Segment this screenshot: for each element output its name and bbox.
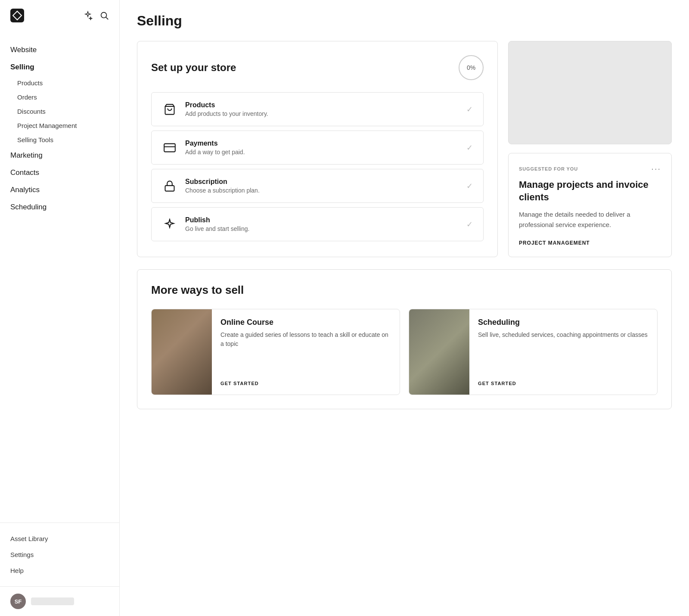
cart-icon: [162, 102, 177, 117]
setup-item-publish[interactable]: Publish Go live and start selling. ✓: [151, 207, 484, 241]
sidebar-bottom: Asset Library Settings Help: [0, 523, 119, 586]
sidebar-settings[interactable]: Settings: [10, 548, 109, 562]
lock-icon: [162, 178, 177, 194]
main-content: Selling Set up your store 0% Products: [120, 0, 689, 616]
sidebar-subitem-products[interactable]: Products: [0, 76, 119, 90]
online-course-image: [152, 309, 212, 395]
more-ways-section: More ways to sell Online Course Create a…: [137, 269, 672, 409]
publish-check-icon: ✓: [466, 220, 473, 229]
suggestion-card: Suggested for you ··· Manage projects an…: [508, 153, 672, 257]
setup-item-payments-title: Payments: [185, 140, 459, 147]
setup-item-publish-title: Publish: [185, 216, 459, 224]
ai-sparkle-icon[interactable]: [83, 11, 93, 22]
sidebar-item-selling[interactable]: Selling: [0, 59, 119, 76]
scheduling-desc: Sell live, scheduled services, coaching …: [478, 330, 648, 339]
sidebar-subitem-project-management[interactable]: Project Management: [0, 118, 119, 133]
svg-rect-5: [165, 185, 174, 191]
sidebar-item-analytics[interactable]: Analytics: [0, 181, 119, 199]
sidebar-item-marketing[interactable]: Marketing: [0, 147, 119, 164]
setup-item-subscription[interactable]: Subscription Choose a subscription plan.…: [151, 169, 484, 203]
publish-sparkle-icon: [162, 217, 177, 232]
suggestion-link[interactable]: Project Management: [519, 240, 590, 246]
search-icon[interactable]: [99, 11, 109, 22]
sidebar-help[interactable]: Help: [10, 563, 109, 578]
sidebar-asset-library[interactable]: Asset Library: [10, 532, 109, 546]
setup-item-products[interactable]: Products Add products to your inventory.…: [151, 92, 484, 126]
svg-point-1: [101, 12, 107, 18]
setup-card-title: Set up your store: [151, 62, 236, 74]
setup-item-payments-desc: Add a way to get paid.: [185, 149, 459, 156]
sidebar-user[interactable]: SF: [0, 586, 119, 616]
setup-item-products-title: Products: [185, 101, 459, 109]
setup-item-payments[interactable]: Payments Add a way to get paid. ✓: [151, 131, 484, 165]
sidebar-item-website[interactable]: Website: [0, 41, 119, 59]
setup-item-products-desc: Add products to your inventory.: [185, 110, 459, 117]
setup-item-payments-text: Payments Add a way to get paid.: [185, 140, 459, 156]
sidebar-subitem-selling-tools[interactable]: Selling Tools: [0, 133, 119, 147]
page-title: Selling: [137, 13, 672, 29]
suggestion-more-button[interactable]: ···: [651, 164, 661, 174]
online-course-desc: Create a guided series of lessons to tea…: [220, 330, 391, 348]
setup-item-publish-desc: Go live and start selling.: [185, 225, 459, 232]
top-grid: Set up your store 0% Products Add produc…: [137, 41, 672, 257]
suggestion-label: Suggested for you: [519, 166, 578, 171]
scheduling-content: Scheduling Sell live, scheduled services…: [469, 309, 656, 395]
sidebar-item-scheduling[interactable]: Scheduling: [0, 199, 119, 216]
more-card-scheduling[interactable]: Scheduling Sell live, scheduled services…: [409, 309, 658, 395]
sidebar-top-icons: [83, 11, 109, 22]
right-column: Suggested for you ··· Manage projects an…: [508, 41, 672, 257]
setup-item-products-text: Products Add products to your inventory.: [185, 101, 459, 117]
suggestion-desc: Manage the details needed to deliver a p…: [519, 209, 661, 230]
products-check-icon: ✓: [466, 105, 473, 114]
sidebar-header: [0, 0, 119, 33]
scheduling-image: [409, 309, 469, 395]
scheduling-get-started[interactable]: GET STARTED: [478, 381, 648, 386]
setup-store-card: Set up your store 0% Products Add produc…: [137, 41, 498, 257]
scheduling-title: Scheduling: [478, 318, 648, 327]
user-avatar: SF: [10, 594, 26, 609]
more-ways-title: More ways to sell: [151, 283, 658, 297]
sidebar-nav: Website Selling Products Orders Discount…: [0, 33, 119, 523]
setup-item-subscription-title: Subscription: [185, 178, 459, 186]
online-course-title: Online Course: [220, 318, 391, 327]
setup-item-subscription-text: Subscription Choose a subscription plan.: [185, 178, 459, 194]
online-course-content: Online Course Create a guided series of …: [212, 309, 400, 395]
sidebar-item-contacts[interactable]: Contacts: [0, 164, 119, 181]
subscription-check-icon: ✓: [466, 181, 473, 191]
setup-item-subscription-desc: Choose a subscription plan.: [185, 187, 459, 194]
banner-image-placeholder: [508, 41, 672, 144]
suggestion-card-top: Suggested for you ···: [519, 164, 661, 174]
progress-circle: 0%: [459, 55, 484, 80]
suggestion-title: Manage projects and invoice clients: [519, 179, 661, 203]
setup-card-header: Set up your store 0%: [151, 55, 484, 80]
more-ways-grid: Online Course Create a guided series of …: [151, 309, 658, 395]
credit-card-icon: [162, 140, 177, 156]
payments-check-icon: ✓: [466, 143, 473, 152]
online-course-get-started[interactable]: GET STARTED: [220, 381, 391, 386]
more-card-online-course[interactable]: Online Course Create a guided series of …: [151, 309, 400, 395]
user-name-placeholder: [31, 597, 74, 605]
sidebar-subitem-orders[interactable]: Orders: [0, 90, 119, 104]
sidebar: Website Selling Products Orders Discount…: [0, 0, 120, 616]
svg-rect-3: [164, 143, 175, 152]
setup-item-publish-text: Publish Go live and start selling.: [185, 216, 459, 232]
squarespace-logo[interactable]: [10, 9, 24, 24]
sidebar-subitem-discounts[interactable]: Discounts: [0, 104, 119, 118]
